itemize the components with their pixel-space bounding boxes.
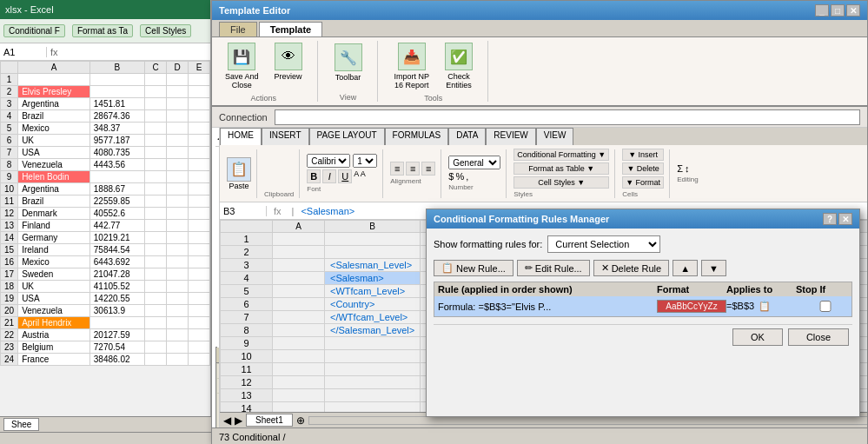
excel-cell[interactable]: Sweden (18, 268, 90, 281)
excel-cell[interactable] (145, 293, 167, 305)
excel-cell[interactable]: Finland (18, 220, 90, 232)
excel-cell[interactable] (189, 329, 210, 341)
preview-cell[interactable] (273, 272, 325, 285)
format-mini-btn[interactable]: ▼ Format (622, 176, 664, 189)
excel-cell[interactable] (167, 329, 189, 341)
mini-tab-formulas[interactable]: FORMULAS (385, 128, 449, 145)
preview-cell[interactable] (325, 337, 421, 350)
conditional-formatting-mini-btn[interactable]: Conditional Formatting ▼ (514, 149, 609, 161)
excel-cell[interactable]: April Hendrix (18, 317, 90, 329)
mini-tab-insert[interactable]: INSERT (262, 128, 309, 145)
excel-cell[interactable]: Belgium (18, 341, 90, 354)
excel-cell[interactable]: Helen Bodin (18, 171, 90, 183)
minimize-btn[interactable]: _ (815, 4, 829, 17)
excel-cell[interactable] (145, 123, 167, 135)
excel-cell[interactable]: 348.37 (89, 123, 144, 135)
align-right-btn[interactable]: ≡ (421, 162, 435, 176)
excel-cell[interactable] (167, 74, 189, 86)
preview-cellref[interactable]: B3 (223, 206, 267, 216)
excel-cell[interactable]: Mexico (18, 123, 90, 135)
excel-cell[interactable] (167, 305, 189, 317)
sheet-tab-sheet1[interactable]: Sheet1 (246, 414, 293, 427)
preview-cell[interactable]: <WTfcam_Level> (325, 285, 421, 298)
underline-btn[interactable]: U (338, 169, 352, 183)
excel-cell[interactable] (189, 256, 210, 268)
preview-cell[interactable] (273, 285, 325, 298)
percent-btn[interactable]: % (455, 171, 464, 182)
excel-cell[interactable] (189, 123, 210, 135)
preview-cell[interactable]: <Country> (325, 298, 421, 311)
number-format-select[interactable]: General (448, 156, 500, 169)
cf-move-down-btn[interactable]: ▼ (701, 260, 726, 276)
excel-cell[interactable]: 4443.56 (89, 159, 144, 171)
excel-cell[interactable]: 10219.21 (89, 232, 144, 244)
excel-cell[interactable] (189, 98, 210, 110)
preview-cell[interactable] (325, 376, 421, 389)
excel-cell[interactable] (145, 244, 167, 256)
excel-cell[interactable] (189, 208, 210, 220)
excel-cell[interactable] (145, 159, 167, 171)
excel-cell[interactable] (167, 341, 189, 354)
font-size-select[interactable]: 11 (353, 154, 377, 168)
excel-cell[interactable]: Denmark (18, 208, 90, 220)
excel-cell[interactable] (189, 293, 210, 305)
preview-cell[interactable] (273, 376, 325, 389)
import-btn[interactable]: 📥 Import NP16 Report (388, 40, 436, 92)
preview-cell[interactable] (325, 233, 421, 246)
sheet-scroll-right[interactable]: ▶ (235, 414, 242, 427)
excel-cell[interactable] (89, 171, 144, 183)
excel-cell[interactable] (189, 159, 210, 171)
excel-cell[interactable]: 28674.36 (89, 110, 144, 123)
currency-btn[interactable]: $ (448, 171, 454, 182)
excel-cell[interactable] (145, 268, 167, 281)
excel-cell[interactable] (145, 86, 167, 98)
excel-cell[interactable] (167, 232, 189, 244)
cf-show-rules-select[interactable]: Current Selection This Sheet (547, 235, 660, 253)
preview-cell[interactable] (273, 389, 325, 402)
excel-cell[interactable]: 4080.735 (89, 147, 144, 159)
cell-styles-mini-btn[interactable]: Cell Styles ▼ (514, 176, 609, 189)
preview-cell[interactable] (325, 246, 421, 259)
excel-cell[interactable]: USA (18, 147, 90, 159)
preview-cell[interactable] (273, 324, 325, 337)
excel-cell[interactable] (167, 171, 189, 183)
preview-cell[interactable]: <Salesman> (325, 272, 421, 285)
preview-cell[interactable] (325, 363, 421, 376)
excel-cell[interactable] (167, 110, 189, 123)
excel-cell[interactable] (89, 317, 144, 329)
excel-cell[interactable]: Brazil (18, 195, 90, 208)
mini-tab-review[interactable]: REVIEW (486, 128, 535, 145)
excel-cell[interactable] (145, 183, 167, 195)
save-close-btn[interactable]: 💾 Save AndClose (219, 40, 265, 92)
excel-cell[interactable] (167, 98, 189, 110)
stop-if-checkbox[interactable] (803, 301, 848, 312)
excel-cell[interactable] (189, 171, 210, 183)
maximize-btn[interactable]: □ (831, 4, 845, 17)
excel-cell[interactable] (89, 86, 144, 98)
excel-cell[interactable]: Brazil (18, 110, 90, 123)
excel-cell[interactable]: UK (18, 281, 90, 293)
excel-cell[interactable]: Elvis Presley (18, 86, 90, 98)
excel-cell[interactable]: 40552.6 (89, 208, 144, 220)
excel-cell[interactable] (189, 135, 210, 147)
excel-cell[interactable]: Mexico (18, 256, 90, 268)
excel-cell[interactable]: Austria (18, 329, 90, 341)
excel-cell[interactable] (145, 317, 167, 329)
excel-cell[interactable] (145, 341, 167, 354)
preview-cell[interactable] (273, 298, 325, 311)
excel-cell[interactable]: 7270.54 (89, 341, 144, 354)
excel-cell[interactable] (167, 293, 189, 305)
tree-item-page[interactable]: ▼ 📄 Page (215, 150, 219, 164)
excel-cell[interactable] (145, 147, 167, 159)
excel-cell[interactable] (145, 220, 167, 232)
excel-cell[interactable] (167, 123, 189, 135)
excel-cell[interactable] (167, 317, 189, 329)
excel-cell[interactable] (18, 74, 90, 86)
preview-cell[interactable] (273, 350, 325, 363)
excel-cell[interactable] (89, 74, 144, 86)
cf-delete-rule-btn[interactable]: ✕ Delete Rule (593, 260, 669, 276)
format-as-table-mini-btn[interactable]: Format as Table ▼ (514, 162, 609, 175)
excel-cell[interactable] (145, 208, 167, 220)
excel-cell[interactable] (167, 86, 189, 98)
excel-cell[interactable] (145, 329, 167, 341)
